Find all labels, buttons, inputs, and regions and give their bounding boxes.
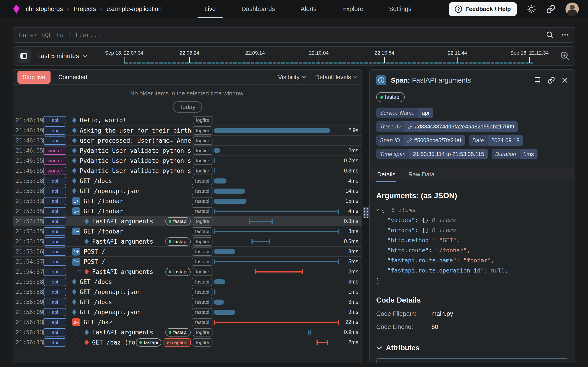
- breadcrumb-projects[interactable]: Projects: [73, 6, 96, 13]
- collapse-count-badge[interactable]: 1+: [72, 248, 80, 256]
- log-row[interactable]: 21:56:09apiGET /openapi.jsonfastapi9ms: [13, 307, 362, 317]
- arguments-json-tree[interactable]: { 6 items"values": {}0 items"errors": []…: [376, 205, 568, 286]
- visibility-dropdown[interactable]: Visibility: [278, 74, 306, 81]
- time-range-select[interactable]: Last 5 minutes: [37, 52, 87, 60]
- collapse-count-badge[interactable]: 1+: [72, 197, 80, 205]
- log-row[interactable]: 21:53:35api1−GET /foobarfastapi3ms: [13, 226, 362, 236]
- stop-live-button[interactable]: Stop live: [17, 71, 51, 84]
- service-tag-api[interactable]: api: [43, 288, 66, 296]
- log-row[interactable]: 21:55:58apiGET /openapi.jsonfastapi1ms: [13, 287, 362, 297]
- nav-tab-settings[interactable]: Settings: [376, 0, 424, 18]
- timeline-zoom-button[interactable]: [560, 51, 570, 61]
- attributes-section-toggle[interactable]: Attributes: [376, 344, 568, 352]
- logfire-pill: logfire: [193, 217, 212, 225]
- service-tag-worker[interactable]: worker: [43, 167, 66, 175]
- detail-tab-details[interactable]: Details: [376, 167, 396, 182]
- today-button[interactable]: Today: [173, 101, 202, 113]
- log-row[interactable]: 21:46:33apiuser processed: User(name='An…: [13, 135, 362, 145]
- duration-bar: [214, 279, 225, 284]
- log-row[interactable]: 21:53:35apiFastAPI argumentsfastapilogfi…: [13, 216, 362, 226]
- collapse-caret-icon[interactable]: [376, 208, 379, 211]
- user-avatar[interactable]: [565, 2, 579, 16]
- sql-filter-input[interactable]: [19, 31, 546, 39]
- default-levels-dropdown[interactable]: Default levels: [315, 74, 357, 81]
- log-row[interactable]: 21:56:13apiFastAPI argumentsfastapilogfi…: [13, 327, 362, 337]
- question-circle-icon: ?: [455, 6, 462, 13]
- service-tag-api[interactable]: api: [43, 187, 66, 195]
- row-message: Asking the user for their birthday: [80, 127, 191, 134]
- service-tag-api[interactable]: api: [43, 298, 66, 306]
- span-title: Span: FastAPI arguments: [391, 76, 471, 84]
- service-tag-api[interactable]: api: [43, 308, 66, 316]
- span-id-chip[interactable]: Span ID#5008bce5f7fe21af: [376, 135, 465, 146]
- log-row[interactable]: 21:53:33api1+GET /foobarfastapi15ms: [13, 196, 362, 206]
- duration-bar-track: [214, 187, 339, 195]
- theme-toggle-button[interactable]: [527, 5, 536, 14]
- log-row[interactable]: 21:46:55workerPydantic User validate_pyt…: [13, 166, 362, 176]
- service-tag-api[interactable]: api: [43, 248, 66, 256]
- trace-id-chip[interactable]: Trace ID#d834c3374dd6fa2e4aa82a55ab21750…: [376, 121, 518, 132]
- json-line: "fastapi.route.name": "foobar",: [387, 256, 568, 266]
- logfire-pill: logfire: [193, 147, 212, 155]
- logfire-pill: logfire: [193, 126, 212, 135]
- service-tag-api[interactable]: api: [43, 338, 66, 347]
- nav-tab-explore[interactable]: Explore: [329, 0, 376, 18]
- log-row[interactable]: 21:56:13api2−GET /bazfastapi22ms: [13, 317, 362, 327]
- service-tag-api[interactable]: api: [43, 318, 66, 326]
- log-row[interactable]: 21:54:37apiFastAPI argumentsfastapilogfi…: [13, 267, 362, 277]
- json-line: "values": {}0 items: [387, 215, 568, 225]
- code-filepath-value: main.py: [431, 310, 453, 317]
- service-tag-api[interactable]: api: [43, 237, 66, 246]
- row-timestamp: 21:46:55: [16, 167, 40, 174]
- panel-layout-icon[interactable]: [534, 77, 541, 84]
- nav-tab-live[interactable]: Live: [191, 0, 229, 18]
- close-icon[interactable]: [561, 77, 568, 84]
- nav-tab-dashboards[interactable]: Dashboards: [229, 0, 288, 18]
- service-tag-api[interactable]: api: [43, 278, 66, 286]
- timeline-tick-label: Sep 18, 22:12:34: [510, 50, 549, 56]
- service-tag-api[interactable]: api: [43, 197, 66, 205]
- detail-tab-raw-data[interactable]: Raw Data: [407, 167, 435, 182]
- log-row[interactable]: 21:53:56api1+POST /fastapi8ms: [13, 246, 362, 257]
- service-tag-api[interactable]: api: [43, 126, 66, 135]
- log-row[interactable]: 21:46:55workerPydantic User validate_pyt…: [13, 156, 362, 166]
- breadcrumb-project-name[interactable]: example-application: [107, 6, 162, 13]
- log-row[interactable]: 21:55:58apiGET /docsfastapi3ms: [13, 277, 362, 287]
- log-row[interactable]: 21:46:19apiHello, world!logfire: [13, 115, 362, 125]
- row-message: GET /baz: [84, 319, 112, 326]
- row-duration: 22ms: [339, 319, 358, 325]
- service-tag-api[interactable]: api: [43, 136, 66, 145]
- more-options-icon[interactable]: [561, 31, 569, 39]
- log-row[interactable]: 21:56:13apiGET /baz (foobar)fastapiexcep…: [13, 337, 362, 347]
- service-tag-worker[interactable]: worker: [43, 157, 66, 165]
- service-tag-api[interactable]: api: [43, 268, 66, 276]
- search-icon[interactable]: [546, 31, 554, 39]
- service-tag-api[interactable]: api: [43, 217, 66, 225]
- timeline[interactable]: Sep 18, 22:07:3422:08:2422:09:1422:10:04…: [94, 46, 556, 66]
- log-row[interactable]: 21:53:35api1−GET /foobarfastapi4ms: [13, 206, 362, 216]
- log-row[interactable]: 21:56:09apiGET /docsfastapi3ms: [13, 297, 362, 307]
- breadcrumb-user[interactable]: christophergs: [26, 6, 63, 13]
- log-row[interactable]: 21:46:19apiAsking the user for their bir…: [13, 125, 362, 135]
- service-tag-api[interactable]: api: [43, 116, 66, 124]
- copy-link-icon[interactable]: [548, 77, 555, 84]
- log-row[interactable]: 21:53:35apiFastAPI argumentsfastapilogfi…: [13, 236, 362, 246]
- span-range-bar: [214, 209, 339, 214]
- service-tag-api[interactable]: api: [43, 258, 66, 266]
- log-row[interactable]: 21:54:37api1−POST /fastapi5ms: [13, 257, 362, 267]
- nav-tab-alerts[interactable]: Alerts: [288, 0, 329, 18]
- panel-resize-handle[interactable]: [362, 205, 370, 220]
- sidebar-toggle-button[interactable]: [17, 49, 31, 63]
- service-tag-api[interactable]: api: [43, 207, 66, 215]
- service-tag-api[interactable]: api: [43, 328, 66, 336]
- log-row[interactable]: 21:46:55workerPydantic User validate_pyt…: [13, 145, 362, 156]
- logfire-logo-icon[interactable]: [13, 4, 20, 14]
- log-row[interactable]: 21:53:28apiGET /docsfastapi4ms: [13, 176, 362, 186]
- service-tag-api[interactable]: api: [43, 227, 66, 236]
- feedback-help-button[interactable]: ? Feedback / Help: [449, 2, 517, 16]
- share-link-button[interactable]: [546, 5, 555, 14]
- fastapi-pill: fastapi: [192, 258, 212, 266]
- service-tag-api[interactable]: api: [43, 177, 66, 185]
- service-tag-worker[interactable]: worker: [43, 147, 66, 155]
- log-row[interactable]: 21:53:28apiGET /openapi.jsonfastapi14ms: [13, 186, 362, 196]
